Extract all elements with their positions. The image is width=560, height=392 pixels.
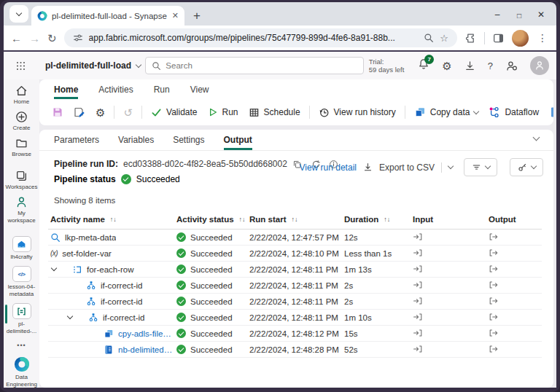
- tab-home[interactable]: Home: [54, 85, 78, 99]
- window-minimize-button[interactable]: –: [486, 9, 508, 20]
- filter-button[interactable]: [464, 158, 497, 176]
- export-to-csv-button[interactable]: Export to CSV: [379, 162, 435, 173]
- input-icon[interactable]: [413, 248, 423, 258]
- output-icon[interactable]: [489, 344, 499, 354]
- back-button[interactable]: ←: [11, 33, 22, 44]
- bookmark-star-icon[interactable]: ☆: [440, 34, 448, 43]
- forward-button[interactable]: →: [29, 33, 40, 44]
- table-row[interactable]: for-each-row Succeeded 2/22/2024, 12:48:…: [48, 262, 542, 278]
- site-settings-icon[interactable]: [73, 33, 83, 43]
- notebook-button[interactable]: Notebook: [544, 106, 553, 118]
- output-icon[interactable]: [489, 328, 499, 338]
- undo-button[interactable]: ↺: [118, 107, 138, 118]
- input-icon[interactable]: [413, 264, 423, 274]
- copy-data-button[interactable]: Copy data: [409, 106, 484, 118]
- table-row[interactable]: if-correct-id Succeeded 2/22/2024, 12:48…: [48, 310, 542, 326]
- tab-close-icon[interactable]: ✕: [172, 12, 179, 20]
- table-row[interactable]: (x)set-folder-var Succeeded 2/22/2024, 1…: [48, 246, 542, 262]
- table-row[interactable]: cpy-adls-files-2-... Succeeded 2/22/2024…: [48, 326, 542, 342]
- address-bar[interactable]: app.fabric.microsoft.com/groups/me/pipel…: [64, 28, 457, 47]
- view-run-detail-link[interactable]: View run detail: [299, 162, 357, 173]
- browser-profile-avatar[interactable]: [512, 30, 529, 47]
- tab-search-button[interactable]: [9, 5, 28, 23]
- output-icon[interactable]: [489, 280, 499, 290]
- tab-output[interactable]: Output: [224, 135, 252, 150]
- col-input[interactable]: Input: [401, 215, 474, 224]
- table-row[interactable]: lkp-meta-data Succeeded 2/22/2024, 12:47…: [48, 230, 542, 246]
- col-activity-status[interactable]: Activity status: [176, 215, 234, 224]
- table-row[interactable]: if-correct-id Succeeded 2/22/2024, 12:48…: [48, 278, 542, 294]
- input-icon[interactable]: [413, 344, 423, 354]
- col-run-start[interactable]: Run start: [249, 215, 286, 224]
- output-icon[interactable]: [489, 264, 499, 274]
- help-icon[interactable]: ?: [488, 60, 493, 71]
- input-icon[interactable]: [413, 296, 423, 306]
- table-row[interactable]: if-correct-id Succeeded 2/22/2024, 12:48…: [48, 294, 542, 310]
- table-row[interactable]: nb-delimited-ful... Succeeded 2/22/2024,…: [48, 342, 542, 358]
- sort-icon[interactable]: ↑↓: [384, 216, 390, 223]
- input-icon[interactable]: [413, 280, 423, 290]
- window-maximize-button[interactable]: □: [508, 12, 530, 20]
- output-icon[interactable]: [489, 296, 499, 306]
- input-icon[interactable]: [413, 232, 423, 242]
- expand-chevron-icon[interactable]: [68, 316, 84, 318]
- tab-variables[interactable]: Variables: [118, 135, 154, 150]
- browser-tab[interactable]: pl-delimited-full-load - Synapse ✕: [31, 6, 184, 26]
- downloads-icon[interactable]: [464, 60, 475, 71]
- sidebar-item-browse[interactable]: Browse: [4, 137, 39, 158]
- zoom-icon[interactable]: [424, 33, 434, 43]
- sort-icon[interactable]: ↑↓: [239, 216, 246, 223]
- window-close-button[interactable]: ✕: [530, 9, 552, 20]
- sort-icon[interactable]: ↑↓: [291, 216, 298, 223]
- input-icon[interactable]: [413, 328, 423, 338]
- output-icon[interactable]: [489, 312, 499, 322]
- sidebar-item-lakehouse[interactable]: lh4crafty: [4, 236, 39, 261]
- collapse-panel-button[interactable]: [534, 130, 539, 150]
- input-icon[interactable]: [413, 312, 423, 322]
- reload-button[interactable]: ↻: [47, 33, 57, 44]
- save-as-button[interactable]: [69, 106, 90, 118]
- feedback-icon[interactable]: [505, 60, 518, 72]
- tab-settings[interactable]: Settings: [173, 135, 204, 150]
- tab-activities[interactable]: Activities: [98, 85, 133, 99]
- sidebar-item-notebook[interactable]: </> lesson-04-metadata: [4, 266, 39, 298]
- new-tab-button[interactable]: +: [193, 9, 201, 22]
- person-icon: [534, 60, 545, 71]
- output-icon[interactable]: [489, 248, 499, 258]
- col-duration[interactable]: Duration: [344, 215, 378, 224]
- save-button[interactable]: [47, 106, 69, 118]
- expand-chevron-icon[interactable]: [52, 268, 68, 270]
- dataflow-button[interactable]: Dataflow: [483, 106, 544, 118]
- run-button[interactable]: Run: [203, 107, 244, 117]
- search-input[interactable]: [166, 61, 357, 70]
- settings-gear-icon[interactable]: ⚙: [442, 60, 451, 71]
- tab-view[interactable]: View: [190, 85, 209, 99]
- extensions-icon[interactable]: [464, 32, 477, 44]
- col-output[interactable]: Output: [474, 215, 542, 224]
- sidebar-item-workspaces[interactable]: Workspaces: [4, 170, 39, 191]
- sidebar-item-my-workspace[interactable]: My workspace: [4, 196, 39, 224]
- sidebar-item-pipeline-selected[interactable]: pl-delimited-...: [4, 303, 39, 335]
- key-filter-button[interactable]: [510, 158, 543, 176]
- sort-icon[interactable]: ↑↓: [110, 216, 117, 223]
- settings-button[interactable]: ⚙: [90, 107, 110, 118]
- sidebar-item-home[interactable]: Home: [4, 85, 39, 106]
- tab-run[interactable]: Run: [154, 85, 170, 99]
- side-panel-icon[interactable]: [492, 32, 505, 44]
- account-avatar[interactable]: [530, 56, 549, 75]
- global-search-box[interactable]: [145, 57, 364, 74]
- browser-menu-icon[interactable]: ⋮: [536, 32, 549, 44]
- col-activity-name[interactable]: Activity name: [50, 215, 105, 224]
- sidebar-item-create[interactable]: Create: [4, 111, 39, 132]
- waffle-menu-icon[interactable]: [15, 60, 26, 71]
- schedule-button[interactable]: Schedule: [244, 107, 306, 118]
- validate-button[interactable]: Validate: [146, 107, 202, 118]
- sidebar-more-icon[interactable]: •••: [17, 342, 26, 349]
- sidebar-item-data-engineering[interactable]: Data Engineering: [4, 356, 39, 388]
- tab-parameters[interactable]: Parameters: [54, 135, 99, 150]
- chevron-down-icon[interactable]: [448, 163, 454, 169]
- notifications-button[interactable]: 7: [418, 58, 429, 73]
- item-name-dropdown[interactable]: pl-delimited-full-load: [45, 60, 141, 71]
- view-run-history-button[interactable]: View run history: [314, 107, 401, 118]
- output-icon[interactable]: [489, 232, 499, 242]
